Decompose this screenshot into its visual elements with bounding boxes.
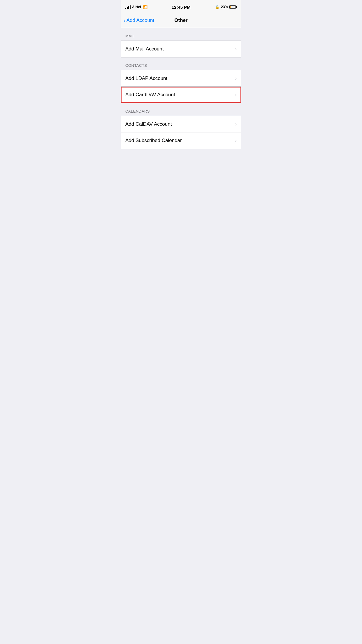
back-button[interactable]: ‹ Add Account <box>124 17 154 24</box>
chevron-right-icon: › <box>235 76 237 81</box>
lock-icon: 🔒 <box>215 5 219 9</box>
section-list-mail: Add Mail Account › <box>121 41 241 57</box>
section-list-contacts: Add LDAP Account › Add CardDAV Account › <box>121 70 241 103</box>
nav-bar: ‹ Add Account Other <box>121 13 241 28</box>
section-header-mail: MAIL <box>121 28 241 41</box>
status-right: 🔒 23% <box>215 5 237 9</box>
signal-bars-icon <box>125 5 131 9</box>
list-item-label: Add Mail Account <box>125 46 164 52</box>
list-item-add-ldap-account[interactable]: Add LDAP Account › <box>121 70 241 87</box>
section-header-calendars: CALENDARS <box>121 103 241 116</box>
status-time: 12:45 PM <box>172 5 191 10</box>
list-item-add-mail-account[interactable]: Add Mail Account › <box>121 41 241 57</box>
section-list-calendars: Add CalDAV Account › Add Subscribed Cale… <box>121 116 241 149</box>
back-label: Add Account <box>126 18 154 23</box>
list-item-label: Add CardDAV Account <box>125 92 175 98</box>
battery-icon <box>229 5 237 9</box>
list-item-add-carddav-account[interactable]: Add CardDAV Account › <box>121 87 241 103</box>
chevron-right-icon: › <box>235 46 237 52</box>
content-area: MAIL Add Mail Account › CONTACTS Add LDA… <box>121 28 241 266</box>
carrier-label: Airtel <box>132 5 141 9</box>
chevron-right-icon: › <box>235 92 237 97</box>
chevron-left-icon: ‹ <box>124 17 126 24</box>
battery-percent: 23% <box>221 5 228 9</box>
section-header-contacts: CONTACTS <box>121 57 241 70</box>
list-item-label: Add CalDAV Account <box>125 121 172 127</box>
status-bar: Airtel 📶 12:45 PM 🔒 23% <box>121 0 241 13</box>
list-item-label: Add Subscribed Calendar <box>125 138 182 144</box>
wifi-icon: 📶 <box>143 5 147 9</box>
status-left: Airtel 📶 <box>125 5 147 9</box>
bottom-space <box>121 149 241 266</box>
chevron-right-icon: › <box>235 122 237 127</box>
chevron-right-icon: › <box>235 138 237 143</box>
page-title: Other <box>174 18 187 23</box>
list-item-add-subscribed-calendar[interactable]: Add Subscribed Calendar › <box>121 132 241 149</box>
list-item-add-caldav-account[interactable]: Add CalDAV Account › <box>121 116 241 132</box>
list-item-label: Add LDAP Account <box>125 76 167 81</box>
